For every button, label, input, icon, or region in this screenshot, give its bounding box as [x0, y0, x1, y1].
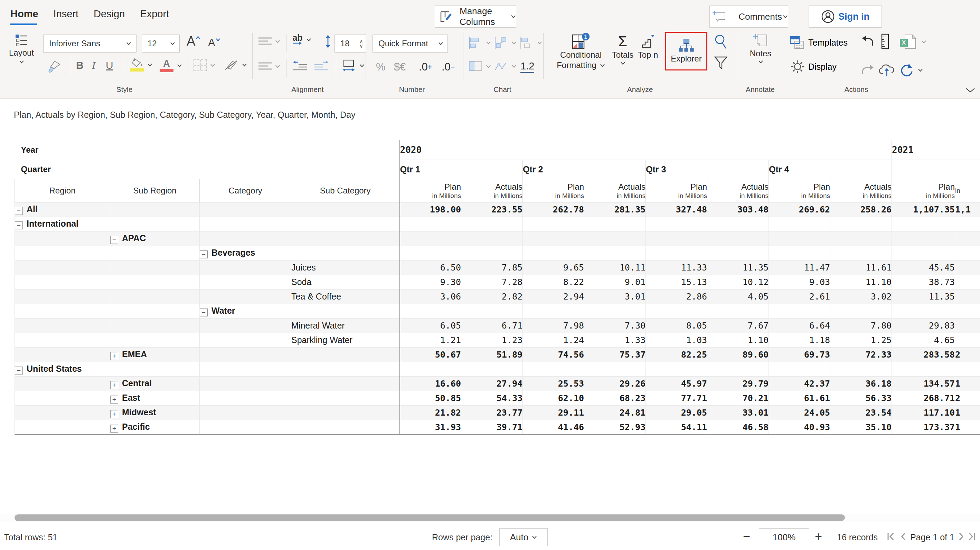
previous-page-button[interactable]: [899, 532, 907, 543]
italic-button[interactable]: I: [92, 59, 95, 71]
sign-in-button[interactable]: Sign in: [808, 6, 882, 28]
filter-button[interactable]: [713, 55, 729, 72]
format-painter-button[interactable]: [46, 58, 62, 76]
decrease-decimal-button[interactable]: .0−: [442, 61, 455, 73]
conditional-formatting-label-2: Formatting: [557, 60, 605, 70]
increase-indent-button[interactable]: [314, 61, 329, 71]
quarter-header: Qtr 4: [769, 160, 892, 179]
grow-font-button[interactable]: A: [186, 34, 200, 49]
comments-button[interactable]: Comments: [710, 6, 788, 28]
row-height-value: 18: [340, 39, 360, 48]
expand-toggle[interactable]: +: [110, 424, 118, 432]
templates-button[interactable]: Templates: [790, 35, 848, 50]
collapse-toggle[interactable]: −: [200, 251, 208, 258]
redo-button[interactable]: [861, 63, 876, 77]
value-cell: 45.97: [646, 377, 707, 391]
collapse-toggle[interactable]: −: [15, 221, 23, 229]
borders-button[interactable]: [194, 59, 215, 71]
collapse-toggle[interactable]: −: [15, 207, 23, 215]
empty-cell: [110, 362, 200, 377]
row-height-stepper[interactable]: 18 ∧∨: [334, 35, 366, 52]
layout-button[interactable]: Layout: [6, 33, 37, 64]
empty-cell: [200, 377, 291, 391]
export-excel-button[interactable]: X: [899, 34, 926, 50]
totals-button[interactable]: Σ Totals: [609, 33, 636, 65]
stacked-chart-button[interactable]: [520, 36, 542, 50]
fill-color-button[interactable]: [130, 58, 153, 72]
collapse-ribbon-button[interactable]: [963, 86, 978, 95]
wrap-text-button[interactable]: ab: [292, 34, 311, 46]
collapse-toggle[interactable]: −: [200, 308, 208, 316]
expand-toggle[interactable]: +: [110, 410, 118, 418]
display-button[interactable]: Display: [790, 59, 837, 74]
font-size-select[interactable]: 12: [142, 35, 180, 52]
value-cell: 281.35: [584, 202, 646, 217]
chevron-down-icon: [360, 64, 364, 67]
bold-button[interactable]: B: [76, 59, 84, 71]
chart-table-button[interactable]: [469, 61, 491, 72]
horizontal-scrollbar-thumb[interactable]: [14, 514, 845, 521]
value-cell: 10.12: [707, 275, 769, 289]
search-button[interactable]: [713, 34, 729, 51]
bar-chart-button[interactable]: [469, 36, 491, 50]
percent-format-button[interactable]: %: [376, 61, 386, 73]
notes-button[interactable]: Notes: [746, 33, 775, 64]
row-height-icon: [325, 35, 331, 48]
autofit-button[interactable]: [341, 59, 364, 72]
top-n-button[interactable]: Top n: [635, 34, 661, 60]
decimal-places-button[interactable]: 1.2: [520, 60, 534, 73]
underline-button[interactable]: U: [106, 59, 113, 71]
empty-cell: [110, 333, 200, 348]
clear-formatting-button[interactable]: [224, 59, 247, 71]
measure-header: Actualsin Millions: [461, 179, 523, 202]
zoom-out-button[interactable]: −: [743, 529, 750, 544]
value-cell: 54.11: [646, 420, 707, 435]
explorer-button[interactable]: Explorer: [665, 32, 707, 70]
manage-columns-button[interactable]: Manage Columns: [435, 6, 516, 28]
last-page-button[interactable]: [967, 532, 976, 543]
fill-color-icon: [130, 58, 144, 72]
tab-design[interactable]: Design: [94, 8, 125, 25]
quarter-header: Qtr 2: [523, 160, 646, 179]
value-cell: 2.82: [461, 289, 523, 304]
value-cell: 7.30: [584, 318, 646, 333]
rows-per-page-select[interactable]: Auto: [500, 528, 548, 546]
sparkline-button[interactable]: [494, 61, 517, 72]
value-cell: 7.80: [830, 318, 892, 333]
value-cell: 9.03: [769, 275, 830, 289]
increase-decimal-button[interactable]: .0+: [419, 61, 432, 73]
expand-toggle[interactable]: +: [110, 381, 118, 389]
vertical-align-button[interactable]: [258, 37, 280, 46]
tab-export[interactable]: Export: [140, 8, 169, 25]
tab-home[interactable]: Home: [10, 8, 38, 25]
font-color-button[interactable]: A: [160, 59, 182, 72]
value-cell: 173.37: [892, 420, 955, 435]
ruler-button[interactable]: [880, 33, 890, 50]
refresh-button[interactable]: [899, 63, 923, 77]
value-cell: 8.22: [523, 275, 584, 289]
horizontal-scrollbar-track[interactable]: [0, 514, 980, 522]
format-painter-icon: [47, 60, 60, 73]
undo-button[interactable]: [861, 35, 876, 49]
font-family-select[interactable]: Inforiver Sans: [43, 35, 137, 52]
cloud-upload-button[interactable]: [878, 63, 896, 77]
quick-format-select[interactable]: Quick Format: [372, 35, 448, 52]
waterfall-chart-button[interactable]: [494, 36, 517, 50]
value-cell: 46.58: [707, 420, 769, 435]
zoom-level-box[interactable]: 100%: [759, 528, 809, 546]
tab-insert[interactable]: Insert: [54, 8, 79, 25]
horizontal-align-button[interactable]: [258, 62, 280, 71]
row-label-cell: Sparkling Water: [291, 333, 400, 348]
collapse-toggle[interactable]: −: [110, 236, 118, 244]
expand-toggle[interactable]: +: [110, 396, 118, 404]
shrink-font-button[interactable]: A: [208, 37, 221, 49]
currency-format-button[interactable]: $€: [394, 61, 406, 73]
stepper-arrows[interactable]: ∧∨: [360, 39, 363, 48]
zoom-in-button[interactable]: +: [815, 529, 822, 544]
decrease-indent-button[interactable]: [292, 61, 307, 71]
expand-toggle[interactable]: +: [110, 352, 118, 360]
collapse-toggle[interactable]: −: [15, 367, 23, 375]
first-page-button[interactable]: [887, 532, 895, 543]
next-page-button[interactable]: [958, 532, 966, 543]
conditional-formatting-button[interactable]: 1 Conditional Formatting: [556, 32, 606, 70]
